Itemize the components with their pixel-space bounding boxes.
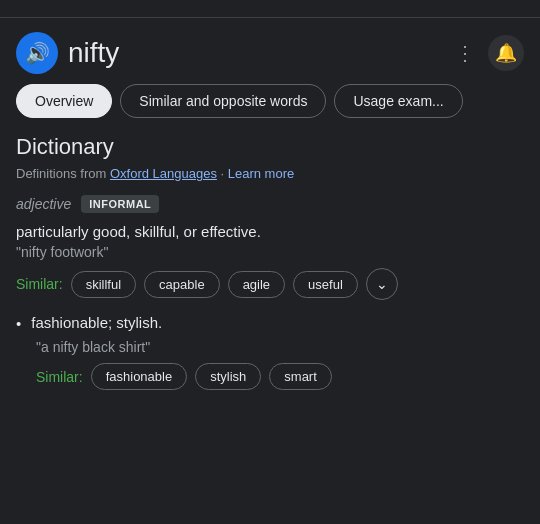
chip-agile[interactable]: agile: [228, 271, 285, 298]
bullet-def-2: • fashionable; stylish.: [16, 314, 524, 335]
definition-2: • fashionable; stylish. "a nifty black s…: [16, 314, 524, 390]
definition-1-text: particularly good, skillful, or effectiv…: [16, 223, 524, 240]
section-title: Dictionary: [16, 134, 524, 160]
alert-button[interactable]: 🔔: [488, 35, 524, 71]
top-bar: [0, 0, 540, 18]
informal-badge: INFORMAL: [81, 195, 159, 213]
source-sep: ·: [217, 166, 228, 181]
header-actions: ⋮ 🔔: [451, 35, 524, 71]
chip-skillful[interactable]: skillful: [71, 271, 136, 298]
definition-1: particularly good, skillful, or effectiv…: [16, 223, 524, 300]
part-of-speech: adjective: [16, 196, 71, 212]
chip-capable[interactable]: capable: [144, 271, 220, 298]
header: 🔊 nifty ⋮ 🔔: [0, 18, 540, 84]
more-options-button[interactable]: ⋮: [451, 37, 480, 69]
source-prefix: Definitions from: [16, 166, 110, 181]
chip-fashionable[interactable]: fashionable: [91, 363, 188, 390]
tab-usage[interactable]: Usage exam...: [334, 84, 462, 118]
definition-2-text: fashionable; stylish.: [31, 314, 162, 331]
tabs-container: Overview Similar and opposite words Usag…: [0, 84, 540, 118]
learn-more-link[interactable]: Learn more: [228, 166, 294, 181]
similar-row-1: Similar: skillful capable agile useful ⌄: [16, 268, 524, 300]
tab-overview[interactable]: Overview: [16, 84, 112, 118]
alert-icon: 🔔: [495, 42, 517, 64]
similar-label-1: Similar:: [16, 276, 63, 292]
main-content: Dictionary Definitions from Oxford Langu…: [0, 134, 540, 418]
bullet-icon: •: [16, 315, 21, 335]
chip-useful[interactable]: useful: [293, 271, 358, 298]
source-line: Definitions from Oxford Languages · Lear…: [16, 166, 524, 181]
audio-button[interactable]: 🔊: [16, 32, 58, 74]
audio-icon: 🔊: [25, 41, 50, 65]
chip-stylish[interactable]: stylish: [195, 363, 261, 390]
chip-smart[interactable]: smart: [269, 363, 332, 390]
chevron-down-icon: ⌄: [376, 276, 388, 292]
oxford-link[interactable]: Oxford Languages: [110, 166, 217, 181]
similar-label-2: Similar:: [36, 369, 83, 385]
definition-1-example: "nifty footwork": [16, 244, 524, 260]
definition-2-example: "a nifty black shirt": [16, 339, 524, 355]
pos-row: adjective INFORMAL: [16, 195, 524, 213]
word-title: nifty: [68, 37, 441, 69]
tab-similar-opposite[interactable]: Similar and opposite words: [120, 84, 326, 118]
similar-row-2: Similar: fashionable stylish smart: [16, 363, 524, 390]
expand-similar-button[interactable]: ⌄: [366, 268, 398, 300]
